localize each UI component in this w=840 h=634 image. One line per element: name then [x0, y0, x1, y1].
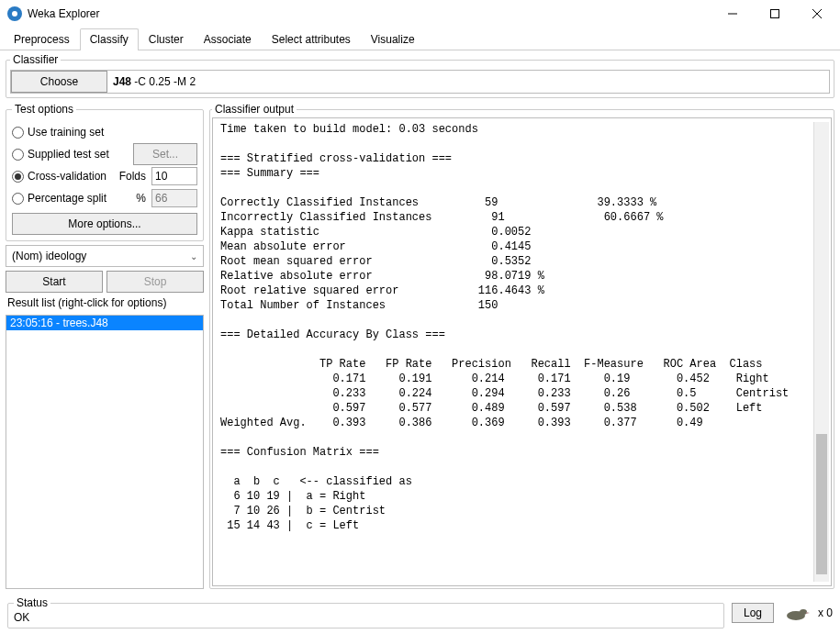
classifier-legend: Classifier: [10, 53, 61, 66]
vertical-scrollbar[interactable]: [813, 122, 829, 582]
classifier-output-group: Classifier output Time taken to build mo…: [209, 103, 834, 589]
stop-button: Stop: [106, 271, 204, 293]
window-controls: [711, 0, 838, 28]
app-icon: [7, 6, 22, 21]
label-supplied-test-set: Supplied test set: [28, 148, 129, 161]
set-button[interactable]: Set...: [133, 143, 197, 165]
tab-classify[interactable]: Classify: [80, 28, 139, 50]
activity-count: x 0: [818, 606, 833, 619]
choose-button[interactable]: Choose: [11, 71, 107, 93]
label-cross-validation: Cross-validation: [28, 170, 115, 183]
status-text: OK: [14, 611, 718, 624]
tab-cluster[interactable]: Cluster: [139, 28, 194, 50]
window-title: Weka Explorer: [28, 7, 711, 20]
tab-visualize[interactable]: Visualize: [361, 28, 425, 50]
classifier-text[interactable]: J48 -C 0.25 -M 2: [107, 75, 196, 88]
result-list-label: Result list (right-click for options): [6, 296, 204, 311]
radio-cross-validation[interactable]: [12, 171, 24, 183]
radio-training-set[interactable]: [12, 127, 24, 139]
status-bar: Status OK Log x 0: [0, 593, 840, 634]
log-button[interactable]: Log: [732, 603, 774, 623]
folds-input[interactable]: [151, 167, 197, 185]
start-button[interactable]: Start: [6, 271, 103, 293]
classifier-group: Classifier Choose J48 -C 0.25 -M 2: [6, 53, 834, 98]
test-options-group: Test options Use training set Supplied t…: [6, 103, 204, 241]
minimize-button[interactable]: [711, 0, 754, 28]
class-attribute-value: (Nom) ideology: [12, 250, 86, 262]
classifier-output-text[interactable]: Time taken to build model: 0.03 seconds …: [220, 122, 813, 582]
tab-strip: Preprocess Classify Cluster Associate Se…: [0, 28, 840, 50]
svg-point-5: [800, 609, 807, 615]
maximize-button[interactable]: [754, 0, 796, 28]
status-group: Status OK: [7, 596, 724, 628]
weka-bird-icon[interactable]: [781, 605, 811, 621]
folds-label: Folds: [118, 170, 146, 183]
percent-input: [151, 189, 197, 207]
scrollbar-thumb[interactable]: [816, 434, 827, 574]
svg-rect-1: [771, 10, 779, 18]
radio-supplied-test-set[interactable]: [12, 149, 24, 161]
chevron-down-icon: ⌄: [190, 251, 197, 261]
close-button[interactable]: [796, 0, 838, 28]
result-list[interactable]: 23:05:16 - trees.J48: [6, 315, 204, 589]
label-training-set: Use training set: [28, 126, 197, 139]
tab-select-attributes[interactable]: Select attributes: [262, 28, 361, 50]
class-attribute-select[interactable]: (Nom) ideology ⌄: [6, 245, 204, 267]
classifier-args: -C 0.25 -M 2: [131, 75, 196, 88]
classifier-name: J48: [113, 75, 131, 88]
radio-percentage-split[interactable]: [12, 193, 24, 205]
output-wrapper: Time taken to build model: 0.03 seconds …: [212, 117, 832, 586]
test-options-legend: Test options: [12, 103, 76, 116]
tab-preprocess[interactable]: Preprocess: [4, 28, 80, 50]
more-options-button[interactable]: More options...: [12, 213, 197, 235]
status-legend: Status: [14, 596, 50, 609]
tab-associate[interactable]: Associate: [194, 28, 262, 50]
percent-label: %: [118, 192, 146, 205]
title-bar: Weka Explorer: [0, 0, 840, 28]
result-list-item[interactable]: 23:05:16 - trees.J48: [6, 316, 203, 330]
label-percentage-split: Percentage split: [28, 192, 115, 205]
classifier-row[interactable]: Choose J48 -C 0.25 -M 2: [10, 70, 830, 94]
classifier-output-legend: Classifier output: [212, 103, 297, 116]
